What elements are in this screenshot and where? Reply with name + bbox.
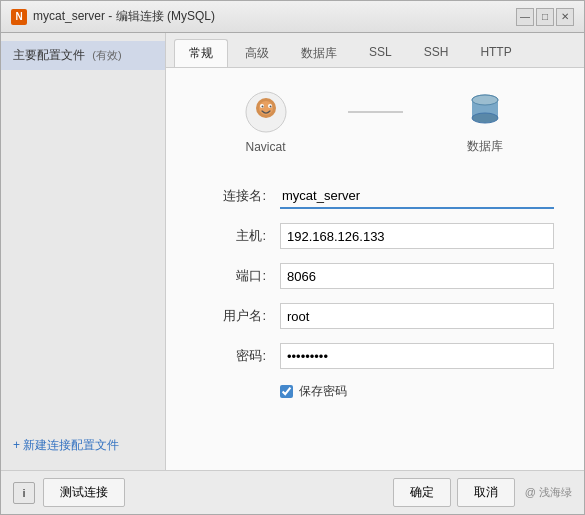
save-password-row: 保存密码	[280, 383, 554, 400]
sidebar-item-label: 主要配置文件	[13, 48, 85, 62]
form-area: Navicat 数据库	[166, 68, 584, 470]
navicat-icon-item: Navicat	[244, 90, 288, 154]
username-row: 用户名:	[196, 303, 554, 329]
close-button[interactable]: ✕	[556, 8, 574, 26]
host-row: 主机:	[196, 223, 554, 249]
password-label: 密码:	[196, 347, 266, 365]
title-bar-left: N mycat_server - 编辑连接 (MySQL)	[11, 8, 215, 25]
ok-button[interactable]: 确定	[393, 478, 451, 507]
bottom-bar: i 测试连接 确定 取消 @ 浅海绿	[1, 470, 584, 514]
tab-bar: 常规 高级 数据库 SSL SSH HTTP	[166, 33, 584, 68]
svg-point-5	[261, 105, 263, 107]
tab-database[interactable]: 数据库	[286, 39, 352, 67]
title-controls: — □ ✕	[516, 8, 574, 26]
info-button[interactable]: i	[13, 482, 35, 504]
test-connection-button[interactable]: 测试连接	[43, 478, 125, 507]
save-password-checkbox[interactable]	[280, 385, 293, 398]
port-input[interactable]	[280, 263, 554, 289]
connection-name-label: 连接名:	[196, 187, 266, 205]
add-config-link[interactable]: + 新建连接配置文件	[13, 438, 119, 452]
db-label: 数据库	[467, 138, 503, 155]
sidebar-bottom: + 新建连接配置文件	[1, 429, 165, 462]
bottom-right: 确定 取消 @ 浅海绿	[393, 478, 572, 507]
password-row: 密码:	[196, 343, 554, 369]
app-icon: N	[11, 9, 27, 25]
main-window: N mycat_server - 编辑连接 (MySQL) — □ ✕ 主要配置…	[0, 0, 585, 515]
svg-point-9	[472, 113, 498, 123]
db-icon-item: 数据库	[463, 88, 507, 155]
sidebar-item-main-config[interactable]: 主要配置文件 (有效)	[1, 41, 165, 70]
navicat-label: Navicat	[245, 140, 285, 154]
window-title: mycat_server - 编辑连接 (MySQL)	[33, 8, 215, 25]
bottom-left: i 测试连接	[13, 478, 125, 507]
connection-name-row: 连接名:	[196, 183, 554, 209]
minimize-button[interactable]: —	[516, 8, 534, 26]
main-panel: 常规 高级 数据库 SSL SSH HTTP	[166, 33, 584, 470]
connector-line	[348, 111, 403, 113]
host-input[interactable]	[280, 223, 554, 249]
port-row: 端口:	[196, 263, 554, 289]
database-icon	[463, 88, 507, 132]
tab-advanced[interactable]: 高级	[230, 39, 284, 67]
port-label: 端口:	[196, 267, 266, 285]
connection-name-input[interactable]	[280, 183, 554, 209]
content-area: 主要配置文件 (有效) + 新建连接配置文件 常规 高级 数据库 SSL SSH…	[1, 33, 584, 470]
svg-point-10	[472, 95, 498, 105]
cancel-button[interactable]: 取消	[457, 478, 515, 507]
tab-ssh[interactable]: SSH	[409, 39, 464, 67]
save-password-label: 保存密码	[299, 383, 347, 400]
svg-point-6	[269, 105, 271, 107]
sidebar: 主要配置文件 (有效) + 新建连接配置文件	[1, 33, 166, 470]
icon-row: Navicat 数据库	[196, 88, 554, 155]
title-bar: N mycat_server - 编辑连接 (MySQL) — □ ✕	[1, 1, 584, 33]
tab-ssl[interactable]: SSL	[354, 39, 407, 67]
maximize-button[interactable]: □	[536, 8, 554, 26]
watermark: @ 浅海绿	[525, 478, 572, 507]
tab-http[interactable]: HTTP	[465, 39, 526, 67]
sidebar-item-badge: (有效)	[92, 49, 121, 61]
password-input[interactable]	[280, 343, 554, 369]
username-label: 用户名:	[196, 307, 266, 325]
navicat-icon	[244, 90, 288, 134]
username-input[interactable]	[280, 303, 554, 329]
host-label: 主机:	[196, 227, 266, 245]
tab-general[interactable]: 常规	[174, 39, 228, 67]
